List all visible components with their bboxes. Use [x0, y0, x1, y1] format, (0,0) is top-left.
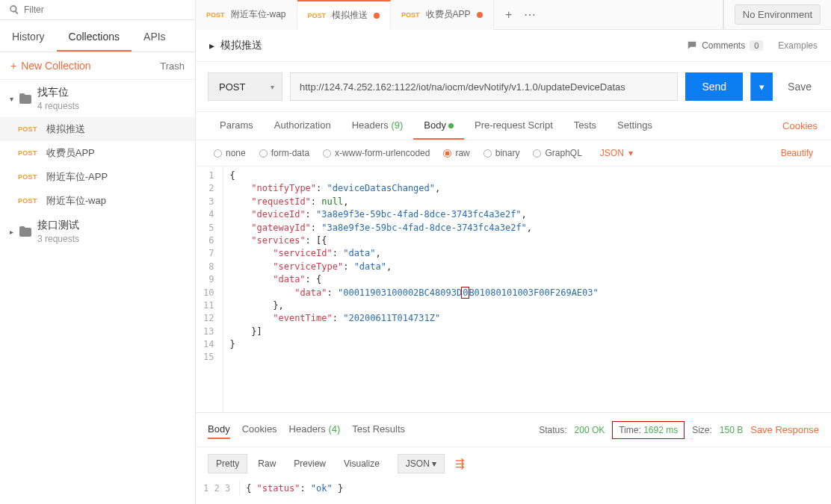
- new-collection-button[interactable]: + New Collection: [10, 60, 91, 72]
- resp-tab-headers[interactable]: Headers (4): [289, 420, 341, 439]
- collection-sub: 4 requests: [37, 101, 79, 111]
- tab-body[interactable]: Body: [413, 112, 464, 140]
- tab-settings[interactable]: Settings: [607, 112, 663, 140]
- environment-selector[interactable]: No Environment: [723, 0, 831, 30]
- filter-input[interactable]: [24, 4, 186, 15]
- cookies-button[interactable]: Cookies: [782, 113, 818, 139]
- comments-count: 0: [750, 40, 763, 51]
- examples-button[interactable]: Examples: [778, 40, 818, 51]
- method-badge: POST: [18, 149, 37, 157]
- bodytype-formdata[interactable]: form-data: [259, 148, 309, 158]
- request-tab[interactable]: POST附近车位-wap: [196, 0, 297, 30]
- tab-tests[interactable]: Tests: [563, 112, 607, 140]
- chevron-down-icon: ▾: [7, 95, 15, 103]
- method-badge: POST: [18, 173, 37, 181]
- body-type-row: none form-data x-www-form-urlencoded raw…: [196, 140, 831, 167]
- sidebar-request[interactable]: POST模拟推送: [0, 117, 195, 141]
- resp-view-preview[interactable]: Preview: [286, 455, 333, 473]
- request-body-editor[interactable]: 1 2 3 4 5 6 7 8 9 10 11 12 13 14 15 { "n…: [196, 167, 831, 412]
- collection-item[interactable]: ▾ 找车位 4 requests: [0, 80, 195, 117]
- new-tab-button[interactable]: +: [500, 6, 518, 24]
- comment-icon: [687, 40, 697, 51]
- sidebar-request[interactable]: POST附近车位-wap: [0, 189, 195, 213]
- dirty-dot-icon: [374, 13, 380, 19]
- tab-history[interactable]: History: [0, 20, 57, 52]
- send-button[interactable]: Send: [685, 72, 743, 101]
- resp-format-dropdown[interactable]: JSON ▾: [398, 454, 445, 473]
- trash-button[interactable]: Trash: [160, 60, 185, 72]
- folder-icon: [19, 93, 31, 104]
- collection-name: 接口测试: [37, 219, 79, 232]
- method-dropdown[interactable]: POST: [208, 72, 282, 101]
- tab-headers[interactable]: Headers (9): [342, 112, 414, 140]
- chevron-right-icon: ▸: [209, 40, 214, 52]
- topbar: POST附近车位-wap POST模拟推送 POST收费员APP + ⋯ No …: [196, 0, 831, 30]
- url-row: POST Send ▾ Save: [196, 62, 831, 112]
- resp-tab-body[interactable]: Body: [208, 420, 230, 439]
- tab-options-button[interactable]: ⋯: [521, 6, 539, 24]
- radio-icon: [259, 149, 268, 158]
- response-pane: Body Cookies Headers (4) Test Results St…: [196, 412, 831, 504]
- method-badge: POST: [18, 125, 37, 133]
- save-button[interactable]: Save: [780, 81, 819, 93]
- search-icon: [9, 4, 19, 15]
- bodytype-graphql[interactable]: GraphQL: [533, 148, 581, 158]
- bodytype-urlencoded[interactable]: x-www-form-urlencoded: [323, 148, 430, 158]
- main: POST附近车位-wap POST模拟推送 POST收费员APP + ⋯ No …: [196, 0, 831, 504]
- dirty-dot-icon: [477, 12, 483, 18]
- sidebar-request[interactable]: POST附近车位-APP: [0, 165, 195, 189]
- collection-item[interactable]: ▸ 接口测试 3 requests: [0, 213, 195, 250]
- status-value: 200 OK: [575, 425, 605, 435]
- sidebar-request[interactable]: POST收费员APP: [0, 141, 195, 165]
- body-format-dropdown[interactable]: JSON▾: [600, 148, 633, 158]
- save-response-button[interactable]: Save Response: [750, 424, 819, 435]
- resp-tab-tests[interactable]: Test Results: [352, 420, 405, 439]
- request-title: 模拟推送: [220, 39, 262, 52]
- active-dot-icon: [448, 123, 454, 128]
- wrap-lines-button[interactable]: ⇶: [448, 453, 472, 474]
- radio-icon: [533, 149, 541, 158]
- bodytype-raw[interactable]: raw: [443, 148, 469, 158]
- method-badge: POST: [401, 11, 420, 19]
- radio-icon: [214, 149, 222, 158]
- bodytype-binary[interactable]: binary: [484, 148, 520, 158]
- size-value: 150 B: [720, 425, 743, 435]
- send-dropdown[interactable]: ▾: [750, 72, 773, 101]
- tab-collections[interactable]: Collections: [57, 20, 132, 52]
- sidebar-tabs: History Collections APIs: [0, 20, 195, 52]
- chevron-down-icon: ▾: [628, 148, 633, 158]
- size-label: Size:: [692, 425, 712, 435]
- tab-prerequest[interactable]: Pre-request Script: [464, 112, 563, 140]
- comments-button[interactable]: Comments 0: [687, 40, 763, 51]
- collection-sub: 3 requests: [37, 234, 79, 244]
- radio-icon: [323, 149, 331, 158]
- radio-icon: [443, 149, 451, 158]
- request-tab[interactable]: POST模拟推送: [297, 0, 392, 30]
- resp-view-visualize[interactable]: Visualize: [336, 455, 387, 473]
- request-tab[interactable]: POST收费员APP: [391, 0, 494, 30]
- request-tabs: POST附近车位-wap POST模拟推送 POST收费员APP + ⋯: [196, 0, 723, 30]
- sidebar: History Collections APIs + New Collectio…: [0, 0, 196, 504]
- collection-name: 找车位: [37, 86, 79, 99]
- tab-authorization[interactable]: Authorization: [264, 112, 342, 140]
- method-badge: POST: [206, 11, 225, 19]
- tab-apis[interactable]: APIs: [132, 20, 178, 52]
- url-input[interactable]: [290, 72, 678, 101]
- status-label: Status:: [539, 425, 566, 435]
- request-subtabs: Params Authorization Headers (9) Body Pr…: [196, 112, 831, 140]
- response-body-editor[interactable]: 1 2 3 { "status": "ok" }: [196, 480, 831, 504]
- beautify-button[interactable]: Beautify: [781, 148, 813, 158]
- tab-params[interactable]: Params: [209, 112, 264, 140]
- request-header: ▸ 模拟推送 Comments 0 Examples: [196, 30, 831, 62]
- bodytype-none[interactable]: none: [214, 148, 246, 158]
- radio-icon: [484, 149, 492, 158]
- folder-icon: [19, 226, 31, 237]
- response-time: Time: 1692 ms: [612, 421, 685, 439]
- resp-view-raw[interactable]: Raw: [250, 455, 283, 473]
- method-badge: POST: [308, 12, 327, 19]
- resp-view-pretty[interactable]: Pretty: [208, 454, 247, 473]
- resp-tab-cookies[interactable]: Cookies: [242, 420, 277, 439]
- plus-icon: +: [10, 60, 16, 72]
- chevron-right-icon: ▸: [7, 228, 15, 236]
- sidebar-search[interactable]: [0, 0, 195, 20]
